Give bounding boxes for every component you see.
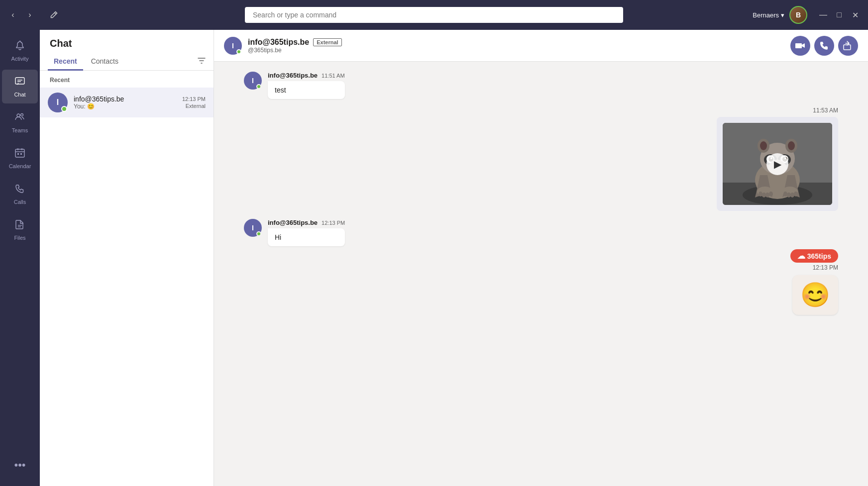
nav-forward-button[interactable]: › (23, 8, 37, 22)
message-time: 11:51 AM (322, 73, 344, 79)
video-message: ▶ (717, 117, 838, 211)
tab-contacts[interactable]: Contacts (85, 53, 124, 71)
msg-avatar: I (244, 219, 262, 237)
chat-panel-header: Chat (40, 30, 214, 49)
sent-emoji-wrap: ☁ 365tips 12:13 PM 😊 (792, 254, 838, 315)
svg-point-37 (765, 193, 769, 197)
svg-point-20 (760, 141, 767, 150)
brand-label: 365tips (807, 252, 831, 260)
tab-recent[interactable]: Recent (48, 53, 83, 71)
svg-point-42 (794, 192, 798, 196)
svg-point-22 (788, 141, 795, 150)
sidebar-item-calls[interactable]: Calls (2, 177, 38, 211)
close-button[interactable]: ✕ (848, 8, 862, 22)
video-timestamp: 11:53 AM (813, 107, 838, 114)
share-button[interactable] (838, 36, 858, 56)
video-thumbnail[interactable]: ▶ (723, 123, 832, 205)
contact-info: info@365tips.be You: 😊 (74, 95, 176, 110)
filter-icon[interactable] (198, 57, 206, 67)
phone-call-button[interactable] (814, 36, 834, 56)
play-button[interactable]: ▶ (766, 153, 788, 175)
sidebar-item-label: Files (14, 235, 25, 241)
avatar[interactable]: B (789, 6, 807, 24)
table-row: I info@365tips.be 11:51 AM test (244, 72, 838, 99)
sidebar: Activity Chat (0, 30, 40, 486)
message-bubble-container: info@365tips.be 11:51 AM test (268, 72, 345, 99)
contact-time: 12:13 PM (182, 96, 206, 102)
edit-icon-button[interactable] (46, 7, 62, 23)
message-meta: info@365tips.be 12:13 PM (268, 219, 345, 226)
cloud-icon: ☁ (797, 251, 805, 261)
emoji-message: 😊 (792, 275, 838, 315)
sidebar-item-teams[interactable]: Teams (2, 105, 38, 139)
svg-point-39 (783, 192, 787, 196)
minimize-button[interactable]: — (816, 8, 830, 22)
files-icon (14, 219, 25, 233)
svg-point-40 (787, 193, 791, 197)
header-online-indicator (236, 49, 241, 54)
sidebar-item-label: Activity (11, 56, 29, 62)
maximize-button[interactable]: □ (832, 8, 846, 22)
chat-main: I info@365tips.be External @365tips.be (214, 30, 868, 486)
message-sender: info@365tips.be (268, 72, 318, 79)
contact-name: info@365tips.be (74, 95, 176, 103)
svg-rect-10 (20, 153, 22, 155)
chat-header-avatar: I (224, 37, 242, 55)
external-badge: External (313, 38, 341, 46)
emoji-face: 😊 (800, 281, 830, 309)
main-layout: Activity Chat (0, 30, 868, 486)
chat-header-info: info@365tips.be External @365tips.be (248, 38, 784, 54)
chat-header: I info@365tips.be External @365tips.be (214, 30, 868, 62)
search-box (245, 7, 623, 23)
svg-point-35 (759, 192, 762, 196)
chat-section-label: Recent (40, 71, 214, 88)
msg-avatar: I (244, 72, 262, 90)
svg-point-3 (17, 114, 20, 117)
table-row: I info@365tips.be 12:13 PM Hi (244, 219, 838, 246)
message-time: 12:13 PM (322, 220, 345, 226)
sidebar-item-label: Calendar (9, 163, 31, 169)
nav-controls: ‹ › (6, 8, 37, 22)
chat-icon (14, 76, 25, 90)
messages-area: I info@365tips.be 11:51 AM test 11:53 AM (214, 62, 868, 486)
sent-video-wrap: 11:53 AM (717, 107, 838, 211)
more-icon: ••• (14, 459, 25, 472)
contact-avatar: I (48, 93, 68, 112)
svg-point-41 (790, 193, 794, 197)
sidebar-item-label: Calls (14, 199, 26, 205)
chat-panel-title: Chat (50, 38, 72, 49)
svg-point-4 (21, 114, 23, 116)
sidebar-item-label: Chat (14, 92, 25, 97)
sidebar-item-chat[interactable]: Chat (2, 70, 38, 103)
search-input[interactable] (245, 7, 623, 23)
msg-online-dot (256, 84, 261, 89)
sidebar-item-label: Teams (12, 127, 28, 133)
sidebar-item-files[interactable]: Files (2, 213, 38, 247)
svg-rect-0 (15, 78, 24, 84)
svg-rect-9 (17, 153, 19, 155)
online-indicator (61, 106, 67, 112)
external-badge-small: External (186, 103, 206, 109)
table-row: 11:53 AM (244, 107, 838, 211)
message-meta: info@365tips.be 11:51 AM (268, 72, 345, 79)
user-name[interactable]: Bernaers ▾ (753, 11, 784, 19)
sidebar-item-activity[interactable]: Activity (2, 34, 38, 68)
titlebar-right: Bernaers ▾ B — □ ✕ (753, 6, 862, 24)
chat-header-actions (790, 36, 858, 56)
svg-point-38 (769, 192, 773, 196)
svg-rect-5 (15, 149, 24, 157)
chat-panel: Chat Recent Contacts Recent I info@365ti… (40, 30, 214, 486)
list-item[interactable]: I info@365tips.be You: 😊 12:13 PM Extern… (40, 88, 214, 117)
titlebar: ‹ › Bernaers ▾ B — □ ✕ (0, 0, 868, 30)
message-bubble: test (268, 81, 345, 99)
video-call-button[interactable] (790, 36, 810, 56)
message-sender: info@365tips.be (268, 219, 318, 226)
sidebar-item-more[interactable]: ••• (2, 448, 38, 482)
nav-back-button[interactable]: ‹ (6, 8, 20, 22)
message-bubble: Hi (268, 228, 345, 246)
svg-point-36 (762, 193, 766, 197)
window-controls: — □ ✕ (816, 8, 862, 22)
brand-badge: ☁ 365tips (790, 249, 838, 263)
calls-icon (14, 183, 25, 197)
sidebar-item-calendar[interactable]: Calendar (2, 141, 38, 175)
